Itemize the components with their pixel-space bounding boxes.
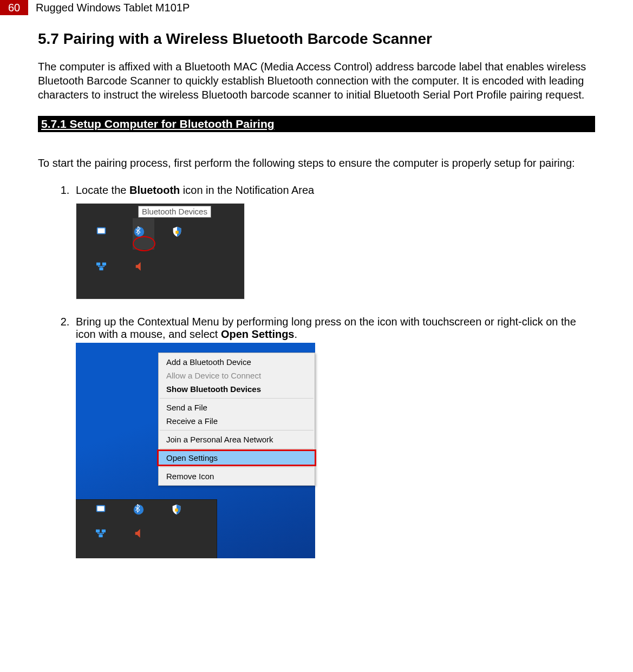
ctx-allow-connect[interactable]: Allow a Device to Connect	[159, 369, 315, 382]
ctx-show-devices[interactable]: Show Bluetooth Devices	[159, 382, 315, 396]
step1-text-after: icon in the Notification Area	[180, 184, 314, 196]
svg-rect-11	[96, 530, 100, 532]
ctx-separator	[160, 448, 314, 449]
bluetooth-tooltip: Bluetooth Devices	[138, 206, 211, 218]
svg-rect-3	[175, 231, 179, 234]
svg-rect-8	[97, 506, 105, 511]
step2-text-bold: Open Settings	[221, 328, 295, 340]
step2-text-after: .	[295, 328, 298, 340]
network-icon[interactable]	[95, 260, 108, 273]
security-shield-icon[interactable]	[171, 225, 184, 238]
ctx-send-file[interactable]: Send a File	[159, 401, 315, 414]
security-shield-icon[interactable]	[170, 503, 183, 516]
page-content: 5.7 Pairing with a Wireless Bluetooth Ba…	[0, 15, 633, 558]
bluetooth-context-menu: Add a Bluetooth Device Allow a Device to…	[158, 353, 315, 486]
document-title: Rugged Windows Tablet M101P	[28, 0, 190, 15]
ctx-separator	[160, 398, 314, 399]
action-center-icon[interactable]	[94, 503, 107, 516]
step1-text-bold: Bluetooth	[129, 184, 180, 196]
ctx-remove-icon[interactable]: Remove Icon	[159, 469, 315, 483]
steps-list: Locate the Bluetooth icon in the Notific…	[38, 184, 595, 558]
subsection-heading: 5.7.1 Setup Computer for Bluetooth Pairi…	[38, 116, 595, 132]
speaker-icon[interactable]	[133, 260, 146, 273]
svg-point-9	[134, 505, 143, 514]
svg-rect-6	[99, 268, 103, 270]
step1-text-before: Locate the	[76, 184, 129, 196]
system-tray-panel	[76, 499, 217, 558]
ctx-open-settings-wrap: Open Settings	[159, 451, 315, 465]
page-header: 60 Rugged Windows Tablet M101P	[0, 0, 633, 15]
ctx-separator	[160, 467, 314, 467]
system-tray-icons-2	[94, 503, 200, 549]
svg-rect-5	[102, 263, 106, 265]
bluetooth-icon[interactable]	[132, 503, 145, 516]
ctx-open-settings[interactable]: Open Settings	[159, 451, 315, 465]
ctx-separator	[160, 430, 314, 430]
subsection-lead: To start the pairing process, first perf…	[38, 156, 595, 170]
svg-rect-13	[99, 534, 102, 537]
network-icon[interactable]	[94, 527, 107, 540]
svg-rect-1	[98, 229, 105, 233]
page-number: 60	[0, 0, 28, 15]
section-title: 5.7 Pairing with a Wireless Bluetooth Ba…	[38, 30, 595, 48]
ctx-receive-file[interactable]: Receive a File	[159, 414, 315, 428]
svg-rect-10	[175, 508, 178, 512]
svg-rect-4	[96, 263, 100, 265]
action-center-icon[interactable]	[95, 225, 108, 238]
step2-text-before: Bring up the Contextual Menu by performi…	[76, 316, 576, 340]
ctx-join-pan[interactable]: Join a Personal Area Network	[159, 433, 315, 446]
step-1: Locate the Bluetooth icon in the Notific…	[73, 184, 595, 299]
system-tray-icons	[95, 225, 201, 286]
red-circle-annotation	[133, 236, 155, 251]
section-intro: The computer is affixed with a Bluetooth…	[38, 60, 595, 102]
screenshot-context-menu: Add a Bluetooth Device Allow a Device to…	[76, 343, 315, 558]
screenshot-tray-tooltip: Bluetooth Devices	[76, 203, 245, 299]
step-2: Bring up the Contextual Menu by performi…	[73, 316, 595, 558]
svg-rect-12	[102, 530, 106, 532]
ctx-add-device[interactable]: Add a Bluetooth Device	[159, 355, 315, 369]
svg-point-2	[134, 227, 144, 237]
speaker-icon[interactable]	[132, 527, 145, 540]
